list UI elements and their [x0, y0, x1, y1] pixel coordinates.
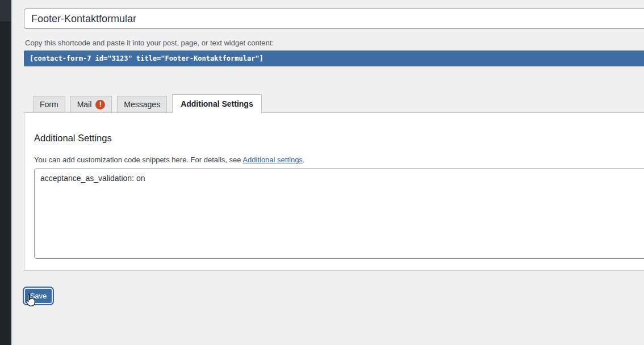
- additional-settings-link[interactable]: Additional settings: [242, 155, 303, 164]
- sidebar-current-item[interactable]: [0, 0, 11, 22]
- panel-description-prefix: You can add customization code snippets …: [34, 155, 242, 164]
- tab-messages-label: Messages: [124, 100, 160, 109]
- sidebar-divider: [11, 0, 12, 345]
- panel-heading: Additional Settings: [34, 133, 112, 144]
- tab-mail-label: Mail: [77, 100, 92, 109]
- shortcode-field[interactable]: [contact-form-7 id="3123" title="Footer-…: [24, 51, 644, 66]
- panel-description-suffix: .: [303, 155, 305, 164]
- save-button[interactable]: Save: [25, 289, 52, 303]
- tab-form[interactable]: Form: [33, 96, 65, 113]
- editor-tabs: Form Mail ! Messages Additional Settings: [33, 94, 262, 113]
- panel-description: You can add customization code snippets …: [34, 155, 305, 164]
- mail-error-icon: !: [95, 100, 105, 110]
- additional-settings-textarea[interactable]: acceptance_as_validation: on: [34, 169, 644, 259]
- tab-mail[interactable]: Mail !: [70, 96, 112, 113]
- tab-messages[interactable]: Messages: [117, 96, 167, 113]
- form-title-input[interactable]: [24, 9, 644, 29]
- shortcode-hint-text: Copy this shortcode and paste it into yo…: [25, 39, 274, 47]
- tab-form-label: Form: [40, 100, 58, 109]
- tab-additional-settings-label: Additional Settings: [181, 99, 253, 108]
- admin-sidebar[interactable]: [0, 0, 11, 345]
- cf7-editor-screen: Copy this shortcode and paste it into yo…: [0, 0, 644, 345]
- tab-additional-settings[interactable]: Additional Settings: [172, 94, 262, 113]
